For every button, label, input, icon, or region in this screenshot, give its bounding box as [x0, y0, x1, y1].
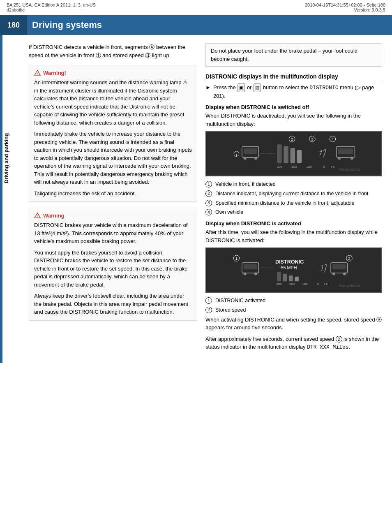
svg-text:Ft.: Ft. [331, 165, 334, 169]
svg-point-39 [244, 272, 247, 275]
caution-box: Do not place your foot under the brake p… [205, 43, 382, 67]
svg-rect-54 [333, 264, 346, 270]
warning-box-1: ! Warning! An intermittent warning sound… [29, 65, 197, 202]
on-item-2: 2 Stored speed [205, 306, 382, 314]
svg-text:0: 0 [323, 165, 325, 169]
off-state-title: Display when DISTRONIC is switched off [205, 104, 382, 110]
on-item-2-text: Stored speed [215, 306, 246, 314]
svg-rect-46 [289, 276, 293, 282]
warning-triangle-icon-2: ! [34, 212, 41, 219]
sidebar-label: Driving and parking [0, 35, 13, 282]
display-image-off: 2 3 4 1 [205, 131, 382, 176]
on-item-1-text: DISTRONIC activated [215, 297, 265, 305]
svg-rect-21 [297, 150, 302, 163]
svg-point-40 [254, 272, 257, 275]
svg-point-16 [254, 157, 257, 160]
svg-rect-14 [244, 148, 257, 154]
svg-point-29 [338, 157, 341, 160]
display-image-on: 1 2 DISTRONIC 55 MPH [205, 247, 382, 293]
warning-triangle-icon: ! [34, 69, 41, 76]
svg-text:100: 100 [306, 165, 312, 169]
svg-text:2: 2 [348, 256, 350, 261]
off-item-3: 3 Specified minimum distance to the vehi… [205, 199, 382, 207]
svg-text:!: ! [37, 72, 38, 75]
svg-text:2: 2 [291, 137, 293, 141]
svg-text:300: 300 [276, 282, 282, 286]
svg-text:55 MPH: 55 MPH [281, 265, 297, 270]
warning-2-title: ! Warning [34, 212, 192, 219]
off-item-4-text: Own vehicle [215, 208, 243, 216]
svg-point-15 [244, 157, 247, 160]
on-items-list: 1 DISTRONIC activated 2 Stored speed [205, 297, 382, 314]
svg-text:P04.32/7895-31: P04.32/7895-31 [339, 284, 360, 288]
svg-rect-45 [283, 274, 287, 281]
page-number: 180 [7, 21, 20, 30]
final-text-1: When activating DISTRONIC and when setti… [205, 316, 382, 332]
right-column: Do not place your foot under the brake p… [205, 43, 382, 355]
svg-point-56 [343, 272, 346, 275]
meta-left: BA 251 USA, CA Edition A 2011; 1; 3, en-… [7, 2, 96, 12]
intro-text: If DISTRONIC detects a vehicle in front,… [29, 43, 197, 59]
svg-text:3: 3 [311, 137, 314, 141]
button-instruction: ► Press the ▣ or ▤ button to select the … [205, 83, 382, 100]
svg-text:100: 100 [302, 282, 308, 286]
warning-1-title: ! Warning! [34, 69, 192, 76]
page-number-box: 180 [0, 15, 27, 35]
on-item-1: 1 DISTRONIC activated [205, 297, 382, 305]
svg-text:300: 300 [277, 165, 282, 169]
svg-rect-20 [291, 148, 295, 163]
warning-1-label: Warning! [43, 70, 66, 76]
left-column: If DISTRONIC detects a vehicle in front,… [29, 43, 197, 355]
header-bar: 180 Driving systems [0, 15, 392, 35]
meta-right: 2010-04-16T14:31:55+02:00 - Seite 180 Ve… [305, 2, 385, 12]
warning-box-2: ! Warning DISTRONIC brakes your vehicle … [29, 208, 197, 321]
svg-text:1: 1 [235, 153, 238, 157]
svg-text:1: 1 [235, 256, 238, 261]
svg-text:0: 0 [317, 282, 319, 286]
svg-text:Ft.: Ft. [324, 282, 328, 286]
svg-rect-38 [244, 264, 257, 270]
off-item-4: 4 Own vehicle [205, 208, 382, 216]
button-instruction-text: Press the ▣ or ▤ button to select the DI… [213, 83, 382, 100]
final-text-2: After approximately five seconds, curren… [205, 335, 382, 352]
svg-rect-19 [284, 146, 288, 163]
on-state-text: After this time, you will see the follow… [205, 228, 382, 244]
button-kbd-2: ▤ [254, 83, 261, 92]
off-item-1: 1 Vehicle in front, if detected [205, 180, 382, 188]
sidebar: Driving and parking [0, 35, 25, 363]
caution-text: Do not place your foot under the brake p… [211, 48, 357, 62]
svg-text:P04.32/0454-31: P04.32/0454-31 [339, 168, 360, 171]
warning-2-body: DISTRONIC brakes your vehicle with a max… [34, 221, 192, 316]
distronic-display-title: DISTRONIC displays in the multifunction … [205, 73, 382, 80]
page-title: Driving systems [32, 20, 102, 30]
off-item-2-text: Distance indicator, displaying current d… [215, 190, 368, 198]
svg-rect-18 [277, 145, 282, 163]
on-state-title: Display when DISTRONIC is activated [205, 220, 382, 227]
off-item-2: 2 Distance indicator, displaying current… [205, 190, 382, 198]
svg-text:4: 4 [332, 137, 334, 141]
svg-rect-44 [277, 272, 281, 282]
svg-point-55 [332, 272, 335, 275]
top-meta: BA 251 USA, CA Edition A 2011; 1; 3, en-… [0, 0, 392, 15]
off-state-text: When DISTRONIC is deactivated, you will … [205, 112, 382, 128]
warning-2-label: Warning [43, 213, 65, 219]
svg-text:200: 200 [289, 282, 295, 286]
svg-rect-28 [338, 148, 353, 154]
warning-1-body: An intermittent warning sounds and the d… [34, 79, 192, 197]
svg-text:200: 200 [291, 165, 297, 169]
svg-rect-47 [295, 277, 299, 281]
svg-point-30 [350, 157, 353, 160]
off-items-list: 1 Vehicle in front, if detected 2 Distan… [205, 180, 382, 216]
button-kbd-1: ▣ [238, 83, 245, 92]
off-item-3-text: Specified minimum distance to the vehicl… [215, 199, 354, 207]
off-item-1-text: Vehicle in front, if detected [215, 180, 276, 188]
svg-text:DISTRONIC: DISTRONIC [275, 259, 304, 265]
svg-text:!: ! [37, 215, 38, 218]
